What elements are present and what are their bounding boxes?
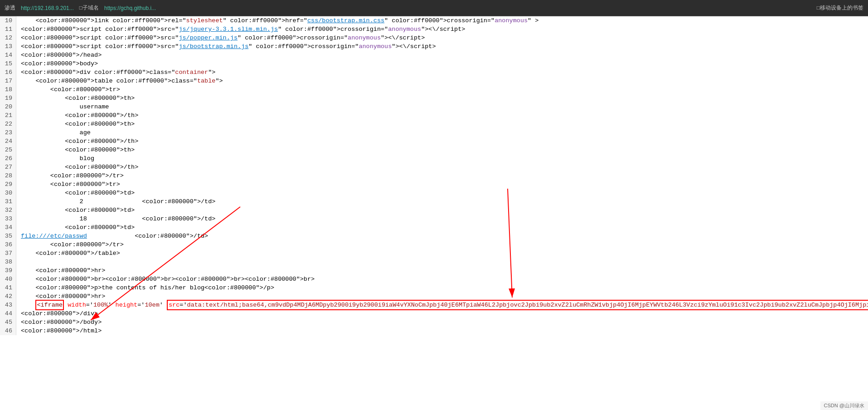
code-line-46: <color:#800000">/html> [21,327,868,335]
line-number-45: 45 [4,318,12,327]
browser-chrome: 渗透 http://192.168.9.201... □子域名 https://… [0,0,868,16]
code-line-44: <color:#800000">/div> [21,309,868,318]
line-number-41: 41 [4,283,12,292]
status-bar: CSDN @山川绿水 [820,401,868,410]
line-number-33: 33 [4,215,12,223]
line-number-25: 25 [4,146,12,154]
status-label: CSDN @山川绿水 [824,403,864,408]
code-line-31: 2 <color:#800000">/td> [21,197,868,206]
line-number-32: 32 [4,206,12,215]
code-line-19: <color:#800000">th> [21,94,868,102]
line-number-36: 36 [4,240,12,249]
line-number-17: 17 [4,77,12,85]
code-line-18: <color:#800000">tr> [21,85,868,94]
code-line-41: <color:#800000">p>the contents of his/he… [21,283,868,292]
line-number-22: 22 [4,120,12,128]
line-number-37: 37 [4,249,12,258]
code-line-27: <color:#800000">/th> [21,163,868,171]
browser-url-part2: □子域名 [79,4,99,12]
line-number-20: 20 [4,102,12,111]
line-number-31: 31 [4,197,12,206]
code-line-14: <color:#800000">/head> [21,51,868,59]
line-number-10: 10 [4,16,12,25]
line-number-24: 24 [4,137,12,146]
line-number-30: 30 [4,189,12,197]
code-line-17: <color:#800000">table color:#ff0000">cla… [21,77,868,85]
code-line-21: <color:#800000">/th> [21,111,868,120]
line-number-11: 11 [4,25,12,34]
line-number-23: 23 [4,128,12,137]
line-number-13: 13 [4,42,12,51]
line-number-19: 19 [4,94,12,102]
code-line-12: <color:#800000">script color:#ff0000">sr… [21,34,868,42]
code-content: <color:#800000">link color:#ff0000">rel=… [16,16,868,335]
code-line-26: blog [21,154,868,163]
code-line-13: <color:#800000">script color:#ff0000">sr… [21,42,868,51]
line-number-16: 16 [4,68,12,77]
line-number-21: 21 [4,111,12,120]
code-line-40: <color:#800000">br><color:#800000">br><c… [21,275,868,283]
code-line-20: username [21,102,868,111]
line-number-40: 40 [4,275,12,283]
line-number-39: 39 [4,266,12,275]
iframe-tag: <iframe [35,300,64,310]
code-line-29: <color:#800000">tr> [21,180,868,189]
line-number-43: 43 [4,301,12,309]
code-line-24: <color:#800000">/th> [21,137,868,146]
code-line-25: <color:#800000">th> [21,146,868,154]
line-number-28: 28 [4,171,12,180]
code-line-15: <color:#800000">body> [21,59,868,68]
code-line-28: <color:#800000">/tr> [21,171,868,180]
browser-tab[interactable]: 渗透 [5,4,15,12]
code-line-34: <color:#800000">td> [21,223,868,232]
code-line-10: <color:#800000">link color:#ff0000">rel=… [21,16,868,25]
browser-bookmark: □移动设备上的书签 [817,4,863,12]
browser-url-part3: https://gchq.github.i... [104,5,156,11]
line-number-27: 27 [4,163,12,171]
line-number-44: 44 [4,309,12,318]
code-line-16: <color:#800000">div color:#ff0000">class… [21,68,868,77]
code-line-35: file:///etc/passwd <color:#800000">/td> [21,232,868,240]
code-line-38 [21,258,868,266]
line-number-38: 38 [4,258,12,266]
line-number-29: 29 [4,180,12,189]
line-number-14: 14 [4,51,12,59]
code-line-36: <color:#800000">/tr> [21,240,868,249]
code-line-30: <color:#800000">td> [21,189,868,197]
browser-url-part1: http://192.168.9.201... [21,5,74,11]
line-number-42: 42 [4,292,12,301]
line-number-35: 35 [4,232,12,240]
code-line-37: <color:#800000">/table> [21,249,868,258]
line-number-18: 18 [4,85,12,94]
line-number-46: 46 [4,327,12,335]
line-number-34: 34 [4,223,12,232]
line-number-15: 15 [4,59,12,68]
line-number-12: 12 [4,34,12,42]
line-number-26: 26 [4,154,12,163]
code-line-32: <color:#800000">td> [21,206,868,215]
code-line-43: <iframe width='100%' height='10em' src='… [21,301,868,309]
code-line-23: age [21,128,868,137]
line-numbers: 1011121314151617181920212223242526272829… [0,16,16,335]
code-line-33: 18 <color:#800000">/td> [21,215,868,223]
code-line-39: <color:#800000">hr> [21,266,868,275]
code-editor: 1011121314151617181920212223242526272829… [0,16,868,410]
code-area: 1011121314151617181920212223242526272829… [0,16,868,335]
code-line-11: <color:#800000">script color:#ff0000">sr… [21,25,868,34]
code-line-22: <color:#800000">th> [21,120,868,128]
code-line-45: <color:#800000">/body> [21,318,868,327]
